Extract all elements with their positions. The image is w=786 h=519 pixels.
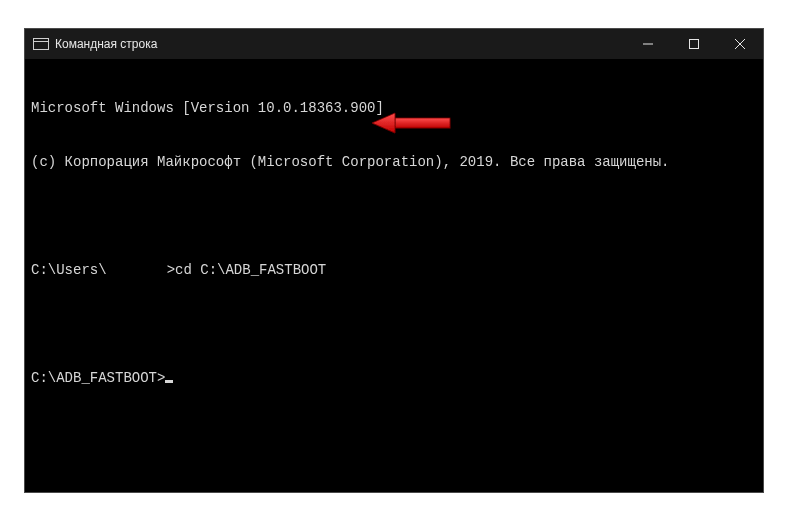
cmd-icon [33, 38, 49, 50]
terminal-blank [31, 207, 757, 225]
close-icon [735, 39, 745, 49]
terminal-line: (c) Корпорация Майкрософт (Microsoft Cor… [31, 153, 757, 171]
terminal-line: Microsoft Windows [Version 10.0.18363.90… [31, 99, 757, 117]
current-prompt: C:\ADB_FASTBOOT> [31, 370, 165, 386]
prompt-prefix: C:\Users\ [31, 262, 107, 278]
minimize-button[interactable] [625, 29, 671, 59]
terminal-blank [31, 423, 757, 441]
maximize-icon [689, 39, 699, 49]
typed-command: cd C:\ADB_FASTBOOT [175, 262, 326, 278]
maximize-button[interactable] [671, 29, 717, 59]
redacted-username [107, 262, 167, 276]
terminal-blank [31, 315, 757, 333]
terminal-prompt-line: C:\Users\>cd C:\ADB_FASTBOOT [31, 261, 757, 279]
close-button[interactable] [717, 29, 763, 59]
terminal-output[interactable]: Microsoft Windows [Version 10.0.18363.90… [25, 59, 763, 492]
minimize-icon [643, 39, 653, 49]
terminal-prompt-line: C:\ADB_FASTBOOT> [31, 369, 757, 387]
command-prompt-window: Командная строка Microsoft Windows [Vers… [24, 28, 764, 493]
cursor [165, 380, 173, 383]
window-title: Командная строка [55, 37, 157, 51]
titlebar[interactable]: Командная строка [25, 29, 763, 59]
prompt-suffix: > [167, 262, 175, 278]
terminal-blank [31, 477, 757, 492]
svg-rect-0 [690, 40, 699, 49]
window-controls [625, 29, 763, 59]
